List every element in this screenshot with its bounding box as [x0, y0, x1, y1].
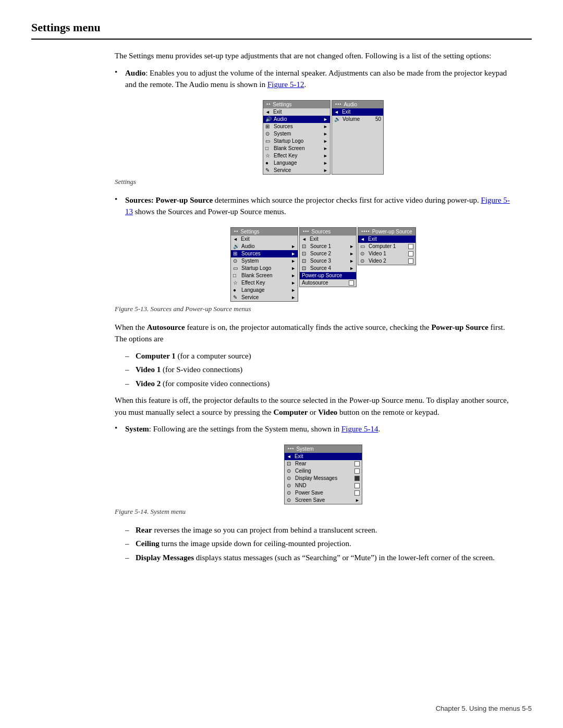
video2-item: ⊙ Video 2	[358, 257, 415, 265]
dash-rear: – Rear reverses the image so you can pro…	[125, 524, 511, 536]
powerup-exit-item: ◄ Exit	[358, 236, 415, 243]
fig14-link[interactable]: Figure 5-14	[341, 425, 378, 433]
bullet-sources-text: Sources: Power-up Source determines whic…	[125, 194, 511, 218]
fig12-menus: •• Settings ◄ Exit 🔊 Audio ► ⊞ Sources ►…	[263, 100, 384, 175]
language-item: ● Language ►	[263, 159, 330, 167]
fig12-caption: Settings	[115, 178, 532, 186]
settings-menu-fig13: •• Settings ◄ Exit 🔊 Audio ► ⊞ Sources ►…	[230, 227, 298, 302]
system-item: ⊙ System ►	[263, 130, 330, 138]
blank-screen-item: □ Blank Screen ►	[263, 145, 330, 152]
fig14-caption: Figure 5-14. System menu	[115, 508, 532, 516]
system-title-bar: ••• System	[285, 445, 362, 453]
audio-item-13: 🔊 Audio ►	[231, 243, 298, 250]
service-item-13: ✎ Service ►	[231, 294, 298, 301]
bullet-audio-text: Audio: Enables you to adjust the volume …	[125, 67, 511, 91]
powerup-source-item: Power-up Source	[300, 272, 356, 279]
effect-key-item-13: ☆ Effect Key ►	[231, 279, 298, 287]
bullet-audio: • Audio: Enables you to adjust the volum…	[115, 67, 511, 91]
dash-video1: – Video 1 (for S-video connections)	[125, 364, 511, 376]
startup-logo-item: ▭ Startup Logo ►	[263, 138, 330, 145]
figure-12-container: •• Settings ◄ Exit 🔊 Audio ► ⊞ Sources ►…	[115, 100, 532, 175]
fig14-menus: ••• System ◄ Exit ⊡ Rear ⊙ Ceiling ⊙ Dis…	[284, 445, 362, 504]
screen-save-item: ⊙ Screen Save ►	[285, 497, 362, 504]
sources-item-13: ⊞ Sources ►	[231, 250, 298, 257]
audio-exit-item: ◄ Exit	[332, 108, 383, 116]
dash-display: – Display Messages displays status messa…	[125, 552, 511, 564]
audio-title-bar: ••• Audio	[332, 101, 383, 108]
figure-14-container: ••• System ◄ Exit ⊡ Rear ⊙ Ceiling ⊙ Dis…	[115, 445, 532, 504]
sources-label: Sources: Power-up Source	[125, 196, 213, 204]
options-list: – Computer 1 (for a computer source) – V…	[125, 350, 511, 390]
sources-sub-title: ••• Sources	[300, 228, 356, 236]
fig13-menus: •• Settings ◄ Exit 🔊 Audio ► ⊞ Sources ►…	[230, 227, 416, 302]
fig12-link[interactable]: Figure 5-12	[267, 80, 304, 89]
autosource-para: When the Autosource feature is on, the p…	[115, 322, 511, 345]
sources-exit-item: ◄ Exit	[300, 236, 356, 243]
audio-item-selected: 🔊 Audio ►	[263, 116, 330, 123]
page-title: Settings menu	[31, 21, 532, 40]
service-item: ✎ Service ►	[263, 167, 330, 174]
source3-item: ⊡ Source 3 ►	[300, 257, 356, 265]
system-item-13: ⊙ System ►	[231, 257, 298, 265]
exit-item: ◄ Exit	[263, 108, 330, 116]
autosource-item: Autosource	[300, 279, 356, 287]
blank-screen-item-13: □ Blank Screen ►	[231, 272, 298, 279]
bullet-dot-3: •	[115, 424, 125, 435]
computer1-item: ▭ Computer 1	[358, 243, 415, 250]
dash-ceiling: – Ceiling turns the image upside down fo…	[125, 538, 511, 550]
effect-key-item: ☆ Effect Key ►	[263, 152, 330, 159]
bullet-system: • System: Following are the settings fro…	[115, 423, 511, 435]
settings-title-bar-13: •• Settings	[231, 228, 298, 236]
nnd-item: ⊙ NND	[285, 482, 362, 489]
intro-paragraph: The Settings menu provides set-up type a…	[115, 50, 511, 62]
source4-item: ⊡ Source 4 ►	[300, 265, 356, 272]
settings-menu-fig12: •• Settings ◄ Exit 🔊 Audio ► ⊞ Sources ►…	[263, 100, 331, 175]
exit-item-13: ◄ Exit	[231, 236, 298, 243]
settings-title-bar: •• Settings	[263, 101, 330, 108]
fig13-caption: Figure 5-13. Sources and Power-up Source…	[115, 305, 532, 313]
source2-item: ⊡ Source 2 ►	[300, 250, 356, 257]
bullet-dot-2: •	[115, 195, 125, 218]
audio-label: Audio	[125, 69, 145, 77]
audio-submenu-fig12: ••• Audio ◄ Exit 🔊 Volume 50	[332, 100, 384, 175]
volume-item: 🔊 Volume 50	[332, 116, 383, 123]
off-para: When this feature is off, the projector …	[115, 394, 511, 418]
source1-item: ⊡ Source 1 ►	[300, 243, 356, 250]
display-messages-item: ⊙ Display Messages	[285, 475, 362, 482]
bullet-sources: • Sources: Power-up Source determines wh…	[115, 194, 511, 218]
startup-logo-item-13: ▭ Startup Logo ►	[231, 265, 298, 272]
power-save-item: ⊙ Power Save	[285, 489, 362, 497]
system-label: System	[125, 425, 149, 433]
powerup-title: •••• Power-up Source	[358, 228, 415, 236]
system-options-list: – Rear reverses the image so you can pro…	[125, 524, 511, 564]
dash-video2: – Video 2 (for composite video connectio…	[125, 378, 511, 390]
page-footer: Chapter 5. Using the menus 5-5	[436, 705, 532, 712]
dash-computer1: – Computer 1 (for a computer source)	[125, 350, 511, 362]
powerup-submenu-fig13: •••• Power-up Source ◄ Exit ▭ Computer 1…	[358, 227, 416, 265]
language-item-13: ● Language ►	[231, 287, 298, 294]
ceiling-item: ⊙ Ceiling	[285, 467, 362, 475]
video1-item: ⊙ Video 1	[358, 250, 415, 257]
bullet-dot: •	[115, 68, 125, 91]
sources-submenu-fig13: ••• Sources ◄ Exit ⊡ Source 1 ► ⊡ Source…	[299, 227, 357, 287]
sources-item: ⊞ Sources ►	[263, 123, 330, 130]
figure-13-container: •• Settings ◄ Exit 🔊 Audio ► ⊞ Sources ►…	[115, 227, 532, 302]
system-menu-fig14: ••• System ◄ Exit ⊡ Rear ⊙ Ceiling ⊙ Dis…	[284, 445, 362, 504]
system-exit-item: ◄ Exit	[285, 453, 362, 460]
bullet-system-text: System: Following are the settings from …	[125, 423, 511, 435]
rear-item: ⊡ Rear	[285, 460, 362, 467]
settings-menu-label: Settings	[273, 102, 291, 107]
